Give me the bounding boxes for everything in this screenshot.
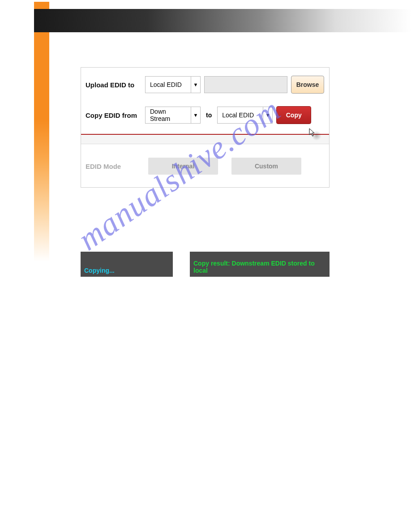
status-copying-text: Copying... xyxy=(84,267,115,274)
upload-label: Upload EDID to xyxy=(86,81,141,89)
edid-mode-custom-button[interactable]: Custom xyxy=(231,158,301,175)
header-gradient-bar xyxy=(34,9,411,32)
upload-dest-value: Local EDID xyxy=(145,76,191,93)
upload-dest-select[interactable]: Local EDID ▼ xyxy=(145,76,201,93)
copy-to-chevron[interactable]: ▼ xyxy=(263,107,273,124)
upload-dest-chevron[interactable]: ▼ xyxy=(191,76,201,93)
upload-file-field[interactable] xyxy=(204,76,287,93)
copy-row: Copy EDID from Down Stream ▼ to Local ED… xyxy=(86,106,325,124)
edid-mode-internal-button[interactable]: Internal xyxy=(148,158,218,175)
copy-to-select[interactable]: Local EDID ▼ xyxy=(217,107,273,124)
edid-mode-label: EDID Mode xyxy=(86,163,135,170)
chevron-down-icon: ▼ xyxy=(193,112,198,118)
edid-config-section: Upload EDID to Local EDID ▼ Browse Copy … xyxy=(81,68,329,134)
to-label: to xyxy=(204,112,214,119)
status-result-text: Copy result: Downstream EDID stored to l… xyxy=(193,260,326,274)
status-result-box: Copy result: Downstream EDID stored to l… xyxy=(190,252,330,277)
copy-to-value: Local EDID xyxy=(217,107,263,124)
spacer-band xyxy=(81,135,329,144)
upload-row: Upload EDID to Local EDID ▼ Browse xyxy=(86,76,325,94)
copy-button[interactable]: Copy xyxy=(276,106,311,124)
copy-from-select[interactable]: Down Stream ▼ xyxy=(145,107,201,124)
edid-mode-section: EDID Mode Internal Custom xyxy=(81,144,329,187)
browse-button[interactable]: Browse xyxy=(291,76,324,94)
copy-from-value: Down Stream xyxy=(145,107,191,124)
copy-label: Copy EDID from xyxy=(86,112,141,119)
status-copying-box: Copying... xyxy=(81,252,173,277)
chevron-down-icon: ▼ xyxy=(265,112,270,118)
copy-from-chevron[interactable]: ▼ xyxy=(191,107,201,124)
edid-panel: Upload EDID to Local EDID ▼ Browse Copy … xyxy=(81,67,330,188)
orange-accent-bar xyxy=(34,2,49,262)
chevron-down-icon: ▼ xyxy=(193,82,198,87)
